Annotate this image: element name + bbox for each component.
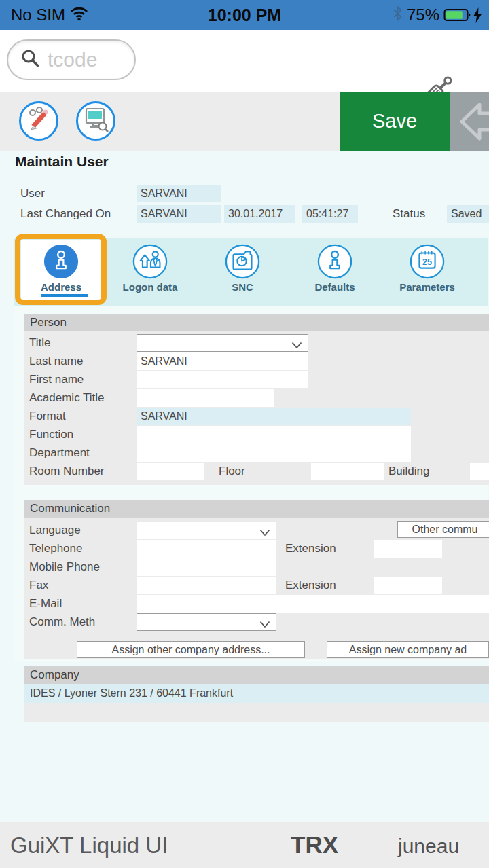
tab-selected-underline	[41, 294, 88, 297]
tab-parameters[interactable]: 25 Parameters	[387, 240, 467, 304]
telephone-label: Telephone	[29, 540, 82, 558]
back-arrow-icon	[458, 101, 489, 145]
person-filled-icon	[43, 243, 79, 280]
user-value: SARVANI	[137, 185, 221, 202]
footer-brand-label: GuiXT Liquid UI	[10, 833, 168, 858]
assign-other-company-address-button[interactable]: Assign other company address...	[77, 641, 305, 658]
telephone-extension-input[interactable]	[374, 540, 442, 558]
function-input[interactable]	[137, 426, 411, 444]
communication-section-header: Communication	[24, 500, 489, 518]
tcode-field[interactable]	[48, 48, 122, 71]
page-title: Maintain User	[15, 153, 109, 170]
status-label: Status	[393, 205, 425, 223]
bluetooth-icon	[393, 5, 403, 24]
email-input[interactable]	[137, 595, 489, 613]
tab-parameters-label: Parameters	[387, 281, 467, 293]
telephone-input[interactable]	[137, 540, 276, 558]
search-input[interactable]	[7, 39, 136, 80]
tab-snc-label: SNC	[202, 281, 283, 293]
company-address-row: IDES / Lyoner Stern 231 / 60441 Frankfur…	[24, 684, 489, 703]
company-section-header: Company	[24, 666, 489, 684]
last-name-input[interactable]	[137, 352, 308, 370]
language-select[interactable]	[137, 522, 276, 539]
floor-input[interactable]	[311, 463, 384, 480]
mobile-phone-label: Mobile Phone	[29, 558, 100, 576]
pencil-glasses-icon	[23, 104, 54, 138]
save-button[interactable]: Save	[340, 92, 450, 151]
battery-percent-label: 75%	[407, 5, 439, 24]
telephone-extension-label: Extension	[285, 540, 336, 558]
svg-text:25: 25	[422, 257, 432, 267]
tab-address-label: Address	[21, 281, 101, 293]
comm-method-label: Comm. Meth	[29, 613, 95, 631]
chevron-down-icon	[259, 527, 270, 539]
department-input[interactable]	[137, 444, 411, 462]
fax-extension-label: Extension	[285, 577, 336, 594]
search-icon	[20, 48, 41, 71]
footer-transaction-label: TRX	[291, 831, 338, 858]
person-outline-icon	[316, 243, 353, 280]
other-communication-button[interactable]: Other commu	[397, 521, 489, 538]
search-header	[0, 30, 489, 92]
footer-bar: GuiXT Liquid UI TRX juneau	[0, 822, 489, 868]
format-label: Format	[29, 408, 66, 425]
arrow-up-person-icon	[132, 243, 168, 280]
first-name-label: First name	[29, 371, 84, 388]
fax-label: Fax	[29, 577, 48, 594]
fax-input[interactable]	[137, 577, 276, 594]
user-label: User	[20, 185, 45, 202]
chevron-down-icon	[291, 340, 302, 352]
tab-defaults[interactable]: Defaults	[295, 240, 375, 304]
email-label: E-Mail	[29, 595, 62, 613]
tab-snc[interactable]: SNC	[202, 240, 283, 304]
function-label: Function	[29, 426, 73, 444]
session-button[interactable]	[76, 101, 115, 141]
tab-defaults-label: Defaults	[295, 281, 375, 293]
last-changed-date-value: 30.01.2017	[224, 205, 295, 223]
battery-charging-icon	[443, 7, 482, 23]
status-bar: No SIM 10:00 PM 75%	[0, 0, 489, 30]
last-changed-time-value: 05:41:27	[302, 205, 358, 223]
academic-title-label: Academic Title	[29, 389, 105, 407]
company-panel: Company IDES / Lyoner Stern 231 / 60441 …	[24, 666, 489, 722]
screen: No SIM 10:00 PM 75%	[0, 0, 489, 868]
calendar-25-icon: 25	[409, 243, 446, 280]
language-label: Language	[29, 522, 81, 539]
floor-label: Floor	[219, 463, 245, 480]
format-value: SARVANI	[137, 408, 411, 425]
status-badge: Saved	[447, 205, 489, 223]
first-name-input[interactable]	[137, 371, 308, 388]
academic-title-input[interactable]	[137, 389, 274, 407]
tab-logon-data[interactable]: Logon data	[110, 240, 190, 304]
building-input[interactable]	[470, 463, 489, 480]
mobile-phone-input[interactable]	[137, 558, 276, 576]
folder-chart-icon	[224, 243, 261, 280]
room-number-label: Room Number	[29, 463, 105, 480]
tab-bar: Address Logon data	[14, 238, 488, 306]
last-name-label: Last name	[29, 352, 83, 370]
person-section-header: Person	[24, 314, 489, 331]
department-label: Department	[29, 444, 90, 462]
chevron-down-icon	[259, 619, 270, 631]
toolbar: Save	[0, 92, 489, 151]
tab-address[interactable]: Address	[21, 240, 101, 304]
last-changed-label: Last Changed On	[20, 205, 111, 223]
edit-button[interactable]	[19, 101, 58, 141]
room-number-input[interactable]	[137, 463, 204, 480]
building-label: Building	[388, 463, 430, 480]
assign-new-company-address-button[interactable]: Assign new company ad	[327, 641, 489, 658]
footer-host-label: juneau	[398, 835, 459, 858]
back-button[interactable]	[450, 92, 489, 151]
monitor-session-icon	[80, 104, 111, 138]
tab-logon-data-label: Logon data	[110, 281, 190, 293]
fax-extension-input[interactable]	[374, 577, 442, 594]
last-changed-by-value: SARVANI	[137, 205, 221, 223]
comm-method-select[interactable]	[137, 613, 276, 631]
title-label: Title	[29, 334, 51, 352]
title-select[interactable]	[137, 334, 308, 352]
